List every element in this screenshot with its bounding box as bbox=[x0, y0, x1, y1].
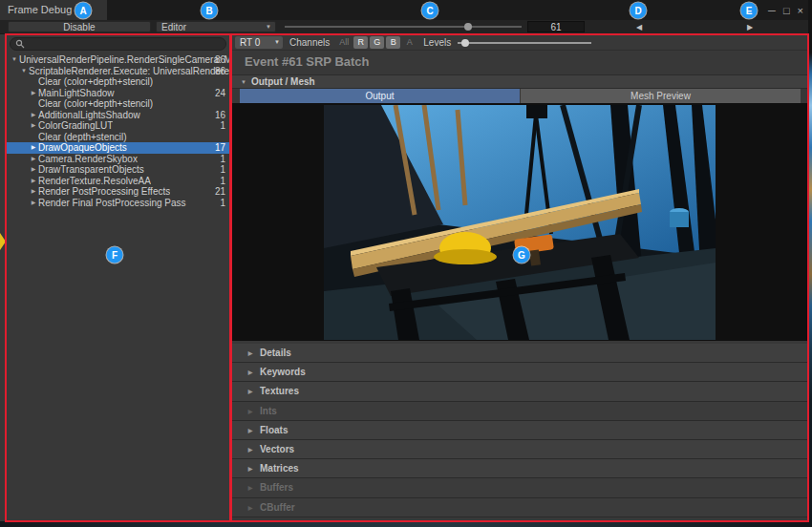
levels-slider[interactable] bbox=[458, 36, 591, 49]
tree-item[interactable]: ▶MainLightShadow24 bbox=[6, 88, 229, 99]
tree-item[interactable]: ▶Render PostProcessing Effects21 bbox=[6, 186, 229, 198]
tree-item[interactable]: ▶RenderTexture.ResolveAA1 bbox=[6, 176, 229, 187]
tree-item[interactable]: Clear (color+depth+stencil) bbox=[6, 98, 229, 110]
chevron-collapsed-icon[interactable]: ▶ bbox=[29, 110, 38, 121]
channel-button-b[interactable]: B bbox=[386, 36, 400, 49]
tab-mesh-preview[interactable]: Mesh Preview bbox=[521, 89, 801, 103]
section-floats[interactable]: ▶Floats bbox=[231, 421, 808, 440]
event-number-field[interactable]: 61 bbox=[527, 21, 585, 32]
tree-item-label: DrawTransparentObjects bbox=[38, 164, 144, 176]
next-event-button[interactable]: ▶ bbox=[741, 21, 759, 32]
tree-item[interactable]: ▼ScriptableRenderer.Execute: UniversalRe… bbox=[6, 66, 229, 77]
chevron-collapsed-icon: ▶ bbox=[246, 388, 254, 394]
render-target-dropdown[interactable]: RT 0 ▼ bbox=[235, 36, 283, 49]
section-textures[interactable]: ▶Textures bbox=[231, 382, 808, 401]
section-label: Buffers bbox=[260, 482, 293, 493]
section-matrices[interactable]: ▶Matrices bbox=[231, 459, 808, 478]
levels-label: Levels bbox=[423, 37, 451, 48]
tree-item[interactable]: Clear (depth+stencil) bbox=[6, 132, 229, 143]
chevron-collapsed-icon[interactable]: ▶ bbox=[29, 198, 38, 209]
foldout-expanded-icon: ▼ bbox=[241, 79, 246, 85]
preview-tabs: OutputMesh Preview bbox=[240, 89, 801, 103]
render-preview-image bbox=[324, 105, 716, 340]
maximize-icon[interactable]: □ bbox=[783, 5, 790, 16]
render-target-label: RT 0 bbox=[240, 37, 260, 48]
chevron-collapsed-icon: ▶ bbox=[246, 408, 254, 414]
tree-item[interactable]: ▼UniversalRenderPipeline.RenderSingleCam… bbox=[6, 54, 229, 66]
section-buffers[interactable]: ▶Buffers bbox=[231, 478, 808, 497]
tree-item-label: RenderTexture.ResolveAA bbox=[38, 176, 151, 187]
chevron-collapsed-icon[interactable]: ▶ bbox=[29, 154, 38, 165]
chevron-expanded-icon[interactable]: ▼ bbox=[10, 54, 19, 66]
background-scene-edge-right bbox=[808, 0, 812, 527]
tree-item-label: DrawOpaqueObjects bbox=[38, 142, 127, 154]
section-label: Textures bbox=[260, 386, 299, 396]
event-slider-handle[interactable] bbox=[464, 23, 472, 31]
tree-item-label: Render PostProcessing Effects bbox=[38, 186, 170, 198]
tree-item-label: ColorGradingLUT bbox=[38, 120, 113, 132]
tree-item-count: 1 bbox=[220, 120, 225, 132]
tree-item[interactable]: ▶Render Final PostProcessing Pass1 bbox=[6, 198, 229, 209]
tree-item[interactable]: ▶ColorGradingLUT1 bbox=[6, 120, 229, 132]
window-controls: ⋮ ─ □ × bbox=[750, 0, 803, 20]
tree-item-label: Clear (color+depth+stencil) bbox=[38, 76, 153, 88]
tree-item[interactable]: ▶AdditionalLightsShadow16 bbox=[6, 110, 229, 121]
channels-label: Channels bbox=[289, 37, 330, 48]
chevron-collapsed-icon[interactable]: ▶ bbox=[29, 88, 38, 99]
editor-dropdown[interactable]: Editor ▼ bbox=[156, 21, 276, 32]
channel-button-all[interactable]: All bbox=[336, 36, 352, 49]
section-ints[interactable]: ▶Ints bbox=[231, 402, 808, 421]
tree-item-label: ScriptableRenderer.Execute: UniversalRen… bbox=[29, 66, 229, 77]
section-label: Ints bbox=[260, 406, 277, 416]
section-cbuffer[interactable]: ▶CBuffer bbox=[231, 498, 808, 517]
tree-item-label: MainLightShadow bbox=[38, 88, 115, 99]
chevron-collapsed-icon: ▶ bbox=[246, 504, 254, 511]
tree-item-count: 1 bbox=[220, 176, 225, 187]
chevron-collapsed-icon: ▶ bbox=[246, 484, 254, 491]
chevron-collapsed-icon[interactable]: ▶ bbox=[29, 164, 38, 176]
frame-debug-toolbar: Disable Editor ▼ 61 ◀ ▶ bbox=[0, 20, 808, 34]
tree-item-count: 21 bbox=[215, 186, 225, 198]
tree-item-label: Clear (depth+stencil) bbox=[38, 132, 127, 143]
search-box[interactable] bbox=[10, 37, 226, 51]
window-tab-frame-debug[interactable]: Frame Debug bbox=[0, 0, 107, 20]
section-label: CBuffer bbox=[260, 502, 295, 513]
section-details[interactable]: ▶Details bbox=[231, 344, 808, 363]
section-keywords[interactable]: ▶Keywords bbox=[231, 363, 808, 382]
tree-item-count: 86 bbox=[215, 54, 225, 66]
tree-item-label: UniversalRenderPipeline.RenderSingleCame… bbox=[19, 54, 229, 66]
chevron-collapsed-icon[interactable]: ▶ bbox=[29, 142, 38, 154]
search-input[interactable] bbox=[29, 38, 221, 50]
tab-output[interactable]: Output bbox=[240, 89, 520, 103]
tree-item[interactable]: ▶DrawTransparentObjects1 bbox=[6, 164, 229, 176]
tree-item[interactable]: Clear (color+depth+stencil) bbox=[6, 76, 229, 88]
event-title: Event #61 SRP Batch bbox=[245, 54, 370, 69]
tree-item-count: 24 bbox=[215, 88, 225, 99]
section-vectors[interactable]: ▶Vectors bbox=[231, 440, 808, 459]
channel-button-g[interactable]: G bbox=[370, 36, 384, 49]
disable-button[interactable]: Disable bbox=[8, 21, 151, 32]
section-label: Keywords bbox=[260, 367, 306, 377]
channel-button-r[interactable]: R bbox=[353, 36, 368, 49]
foldout-label: Output / Mesh bbox=[251, 76, 315, 87]
frame-debug-window: Frame Debug ⋮ ─ □ × Disable Editor ▼ 61 … bbox=[0, 0, 808, 521]
close-icon[interactable]: × bbox=[798, 5, 803, 16]
more-icon[interactable]: ⋮ bbox=[750, 4, 760, 16]
chevron-collapsed-icon[interactable]: ▶ bbox=[29, 186, 38, 198]
chevron-collapsed-icon[interactable]: ▶ bbox=[29, 176, 38, 187]
tree-item[interactable]: ▶Camera.RenderSkybox1 bbox=[6, 154, 229, 165]
chevron-expanded-icon[interactable]: ▼ bbox=[19, 66, 29, 77]
event-details-panel: RT 0 ▼ Channels AllRGBA Levels Event #61… bbox=[231, 34, 808, 521]
preview-area bbox=[231, 103, 808, 341]
output-mesh-foldout[interactable]: ▼ Output / Mesh bbox=[231, 74, 808, 89]
channel-button-a[interactable]: A bbox=[402, 36, 417, 49]
search-icon bbox=[15, 39, 25, 49]
event-slider[interactable] bbox=[285, 21, 522, 32]
levels-slider-handle[interactable] bbox=[461, 39, 469, 47]
tree-item[interactable]: ▶DrawOpaqueObjects17 bbox=[6, 142, 229, 154]
previous-event-button[interactable]: ◀ bbox=[630, 21, 648, 32]
minimize-icon[interactable]: ─ bbox=[768, 5, 776, 16]
chevron-collapsed-icon[interactable]: ▶ bbox=[29, 120, 38, 132]
background-scene-edge-bottom bbox=[0, 521, 812, 527]
chevron-collapsed-icon: ▶ bbox=[246, 369, 254, 375]
